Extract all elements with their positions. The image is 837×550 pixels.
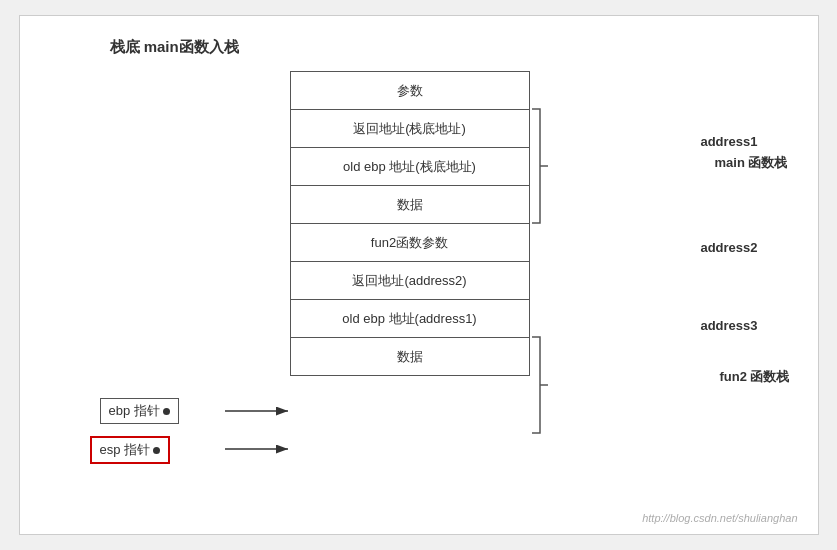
ebp-pointer: ebp 指针 (100, 398, 179, 424)
main-stack-label: main 函数栈 (715, 154, 788, 172)
cell-ret2: 返回地址(address2) (290, 262, 529, 300)
stack-table: 参数 返回地址(栈底地址) old ebp 地址(栈底地址) 数据 fun2函数… (290, 71, 530, 376)
diagram-title: 栈底 main函数入栈 (110, 38, 239, 57)
ebp-dot (163, 408, 170, 415)
table-row: fun2函数参数 (290, 224, 529, 262)
cell-oldebp2: old ebp 地址(address1) (290, 300, 529, 338)
watermark: http://blog.csdn.net/shulianghan (642, 512, 797, 524)
cell-data1: 数据 (290, 186, 529, 224)
table-row: 返回地址(栈底地址) (290, 110, 529, 148)
fun2-stack-label: fun2 函数栈 (719, 368, 789, 386)
address1-label: address1 (700, 134, 757, 149)
esp-pointer: esp 指针 (90, 436, 171, 464)
table-row: old ebp 地址(栈底地址) (290, 148, 529, 186)
ebp-label: ebp 指针 (109, 403, 160, 418)
diagram-container: 栈底 main函数入栈 参数 返回地址(栈底地址) old ebp 地址(栈底地… (19, 15, 819, 535)
cell-oldebp1: old ebp 地址(栈底地址) (290, 148, 529, 186)
address2-label: address2 (700, 240, 757, 255)
address3-label: address3 (700, 318, 757, 333)
cell-data2: 数据 (290, 338, 529, 376)
esp-label: esp 指针 (100, 442, 151, 457)
table-row: 数据 (290, 338, 529, 376)
cell-ret1: 返回地址(栈底地址) (290, 110, 529, 148)
table-row: 数据 (290, 186, 529, 224)
table-row: old ebp 地址(address1) (290, 300, 529, 338)
esp-box: esp 指针 (90, 436, 171, 464)
ebp-box: ebp 指针 (100, 398, 179, 424)
cell-params: 参数 (290, 72, 529, 110)
table-row: 参数 (290, 72, 529, 110)
esp-dot (153, 447, 160, 454)
table-row: 返回地址(address2) (290, 262, 529, 300)
cell-fun2params: fun2函数参数 (290, 224, 529, 262)
